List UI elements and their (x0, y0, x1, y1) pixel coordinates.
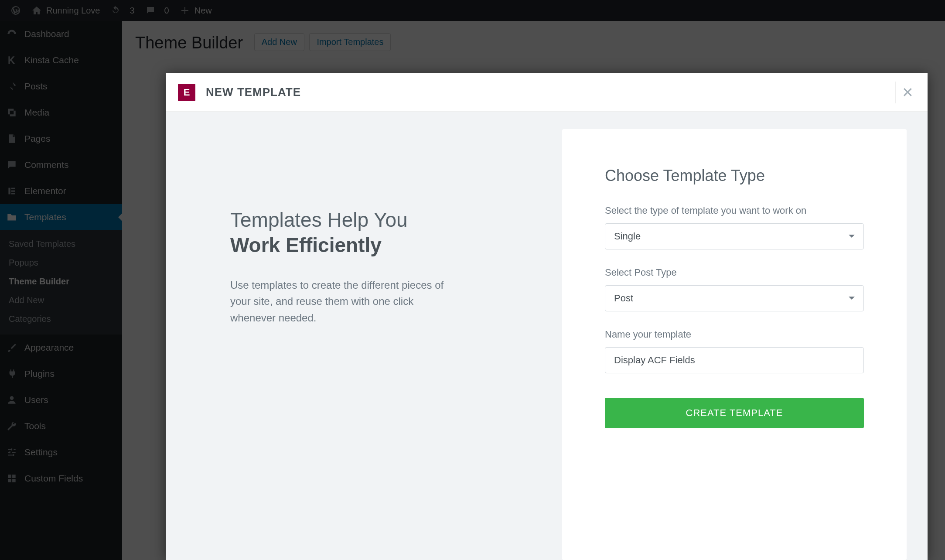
modal-heading-line2: Work Efficiently (230, 234, 382, 256)
elementor-logo-icon: E (178, 84, 195, 101)
close-icon[interactable]: ✕ (895, 82, 920, 103)
modal-heading-line1: Templates Help You (230, 208, 408, 231)
post-type-select[interactable]: Post (605, 285, 864, 311)
modal-header: E NEW TEMPLATE ✕ (166, 73, 928, 112)
form-heading: Choose Template Type (605, 167, 864, 185)
modal-body: Templates Help You Work Efficiently Use … (166, 112, 928, 560)
modal-info-panel: Templates Help You Work Efficiently Use … (187, 129, 545, 560)
chevron-down-icon (849, 235, 855, 241)
post-type-field: Select Post Type Post (605, 267, 864, 311)
new-template-modal: E NEW TEMPLATE ✕ Templates Help You Work… (166, 73, 928, 560)
modal-description: Use templates to create the different pi… (230, 277, 457, 326)
template-name-field: Name your template (605, 329, 864, 373)
post-type-label: Select Post Type (605, 267, 864, 278)
modal-heading: Templates Help You Work Efficiently (230, 208, 519, 258)
modal-title: NEW TEMPLATE (206, 85, 301, 99)
template-name-input[interactable] (605, 347, 864, 373)
template-name-label: Name your template (605, 329, 864, 340)
create-template-button[interactable]: CREATE TEMPLATE (605, 398, 864, 428)
template-type-select[interactable]: Single (605, 223, 864, 249)
template-type-field: Select the type of template you want to … (605, 205, 864, 249)
post-type-value: Post (614, 293, 633, 304)
modal-form-panel: Choose Template Type Select the type of … (562, 129, 907, 560)
template-type-label: Select the type of template you want to … (605, 205, 864, 216)
template-type-value: Single (614, 231, 641, 242)
chevron-down-icon (849, 297, 855, 303)
